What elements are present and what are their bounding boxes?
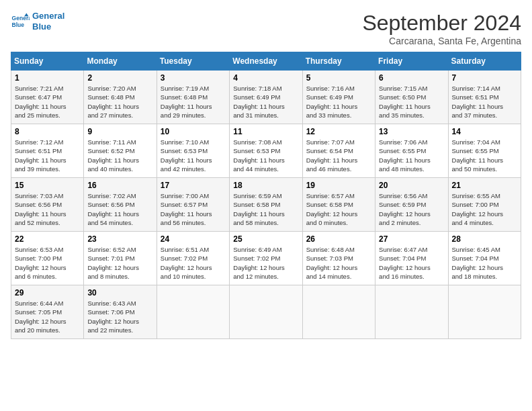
calendar-cell: 5Sunrise: 7:16 AM Sunset: 6:49 PM Daylig… bbox=[302, 71, 375, 124]
day-number: 5 bbox=[306, 73, 371, 83]
day-number: 13 bbox=[379, 127, 444, 136]
col-friday: Friday bbox=[375, 52, 448, 71]
calendar-cell: 23Sunrise: 6:52 AM Sunset: 7:01 PM Dayli… bbox=[84, 232, 157, 285]
calendar-cell: 30Sunrise: 6:43 AM Sunset: 7:06 PM Dayli… bbox=[84, 285, 157, 339]
calendar-table: Sunday Monday Tuesday Wednesday Thursday… bbox=[11, 52, 521, 339]
day-detail: Sunrise: 6:53 AM Sunset: 7:00 PM Dayligh… bbox=[15, 245, 80, 281]
calendar-cell bbox=[448, 285, 521, 339]
calendar-cell: 7Sunrise: 7:14 AM Sunset: 6:51 PM Daylig… bbox=[448, 71, 521, 124]
day-number: 18 bbox=[233, 181, 298, 190]
calendar-week-row: 8Sunrise: 7:12 AM Sunset: 6:51 PM Daylig… bbox=[11, 124, 521, 178]
day-detail: Sunrise: 6:51 AM Sunset: 7:02 PM Dayligh… bbox=[161, 245, 226, 281]
logo-icon: General Blue bbox=[11, 12, 30, 31]
calendar-cell: 3Sunrise: 7:19 AM Sunset: 6:48 PM Daylig… bbox=[157, 71, 229, 124]
day-detail: Sunrise: 7:02 AM Sunset: 6:56 PM Dayligh… bbox=[87, 191, 152, 227]
day-detail: Sunrise: 7:20 AM Sunset: 6:48 PM Dayligh… bbox=[87, 84, 152, 120]
calendar-cell bbox=[302, 285, 375, 339]
calendar-cell bbox=[157, 285, 229, 339]
day-detail: Sunrise: 7:03 AM Sunset: 6:56 PM Dayligh… bbox=[15, 191, 80, 227]
day-number: 6 bbox=[379, 73, 444, 83]
calendar-cell: 27Sunrise: 6:47 AM Sunset: 7:04 PM Dayli… bbox=[375, 232, 448, 285]
calendar-cell: 1Sunrise: 7:21 AM Sunset: 6:47 PM Daylig… bbox=[11, 71, 84, 124]
calendar-cell: 11Sunrise: 7:08 AM Sunset: 6:53 PM Dayli… bbox=[230, 124, 302, 178]
calendar-cell: 24Sunrise: 6:51 AM Sunset: 7:02 PM Dayli… bbox=[157, 232, 229, 285]
day-detail: Sunrise: 7:12 AM Sunset: 6:51 PM Dayligh… bbox=[15, 138, 80, 173]
day-number: 30 bbox=[87, 288, 152, 298]
calendar-cell: 4Sunrise: 7:18 AM Sunset: 6:49 PM Daylig… bbox=[230, 71, 302, 124]
col-saturday: Saturday bbox=[448, 52, 521, 71]
col-thursday: Thursday bbox=[302, 52, 375, 71]
calendar-week-row: 15Sunrise: 7:03 AM Sunset: 6:56 PM Dayli… bbox=[11, 178, 521, 232]
day-number: 7 bbox=[452, 73, 517, 83]
day-number: 22 bbox=[15, 234, 80, 244]
calendar-cell: 6Sunrise: 7:15 AM Sunset: 6:50 PM Daylig… bbox=[375, 71, 448, 124]
day-number: 15 bbox=[15, 181, 80, 190]
day-number: 2 bbox=[87, 73, 152, 83]
calendar-cell: 18Sunrise: 6:59 AM Sunset: 6:58 PM Dayli… bbox=[230, 178, 302, 232]
day-number: 24 bbox=[161, 234, 226, 244]
day-number: 25 bbox=[233, 234, 298, 244]
day-number: 28 bbox=[452, 234, 517, 244]
day-number: 4 bbox=[233, 73, 298, 83]
calendar-cell: 2Sunrise: 7:20 AM Sunset: 6:48 PM Daylig… bbox=[84, 71, 157, 124]
calendar-cell: 19Sunrise: 6:57 AM Sunset: 6:58 PM Dayli… bbox=[302, 178, 375, 232]
calendar-cell: 28Sunrise: 6:45 AM Sunset: 7:04 PM Dayli… bbox=[448, 232, 521, 285]
day-number: 17 bbox=[161, 181, 226, 190]
calendar-cell: 12Sunrise: 7:07 AM Sunset: 6:54 PM Dayli… bbox=[302, 124, 375, 178]
day-detail: Sunrise: 6:55 AM Sunset: 7:00 PM Dayligh… bbox=[452, 191, 517, 227]
day-number: 23 bbox=[87, 234, 152, 244]
calendar-cell: 8Sunrise: 7:12 AM Sunset: 6:51 PM Daylig… bbox=[11, 124, 84, 178]
col-sunday: Sunday bbox=[11, 52, 84, 71]
day-number: 20 bbox=[379, 181, 444, 190]
day-detail: Sunrise: 6:45 AM Sunset: 7:04 PM Dayligh… bbox=[452, 245, 517, 281]
day-detail: Sunrise: 6:57 AM Sunset: 6:58 PM Dayligh… bbox=[306, 191, 371, 227]
day-number: 3 bbox=[161, 73, 226, 83]
day-number: 27 bbox=[379, 234, 444, 244]
day-detail: Sunrise: 6:48 AM Sunset: 7:03 PM Dayligh… bbox=[306, 245, 371, 281]
calendar-cell: 17Sunrise: 7:00 AM Sunset: 6:57 PM Dayli… bbox=[157, 178, 229, 232]
calendar-cell: 26Sunrise: 6:48 AM Sunset: 7:03 PM Dayli… bbox=[302, 232, 375, 285]
day-number: 16 bbox=[87, 181, 152, 190]
calendar-cell: 21Sunrise: 6:55 AM Sunset: 7:00 PM Dayli… bbox=[448, 178, 521, 232]
calendar-cell: 22Sunrise: 6:53 AM Sunset: 7:00 PM Dayli… bbox=[11, 232, 84, 285]
day-detail: Sunrise: 6:49 AM Sunset: 7:02 PM Dayligh… bbox=[233, 245, 298, 281]
day-number: 8 bbox=[15, 127, 80, 136]
logo-text: General Blue bbox=[32, 11, 64, 32]
day-detail: Sunrise: 6:59 AM Sunset: 6:58 PM Dayligh… bbox=[233, 191, 298, 227]
col-monday: Monday bbox=[84, 52, 157, 71]
day-detail: Sunrise: 7:07 AM Sunset: 6:54 PM Dayligh… bbox=[306, 138, 371, 173]
day-detail: Sunrise: 7:16 AM Sunset: 6:49 PM Dayligh… bbox=[306, 84, 371, 120]
day-number: 21 bbox=[452, 181, 517, 190]
day-number: 1 bbox=[15, 73, 80, 83]
logo: General Blue General Blue bbox=[11, 11, 64, 32]
calendar-cell: 13Sunrise: 7:06 AM Sunset: 6:55 PM Dayli… bbox=[375, 124, 448, 178]
day-number: 26 bbox=[306, 234, 371, 244]
col-tuesday: Tuesday bbox=[157, 52, 229, 71]
day-detail: Sunrise: 7:18 AM Sunset: 6:49 PM Dayligh… bbox=[233, 84, 298, 120]
day-detail: Sunrise: 7:11 AM Sunset: 6:52 PM Dayligh… bbox=[87, 138, 152, 173]
col-wednesday: Wednesday bbox=[230, 52, 302, 71]
day-detail: Sunrise: 7:00 AM Sunset: 6:57 PM Dayligh… bbox=[161, 191, 226, 227]
day-detail: Sunrise: 6:43 AM Sunset: 7:06 PM Dayligh… bbox=[87, 299, 152, 334]
day-detail: Sunrise: 6:47 AM Sunset: 7:04 PM Dayligh… bbox=[379, 245, 444, 281]
calendar-week-row: 1Sunrise: 7:21 AM Sunset: 6:47 PM Daylig… bbox=[11, 71, 521, 124]
calendar-week-row: 29Sunrise: 6:44 AM Sunset: 7:05 PM Dayli… bbox=[11, 285, 521, 339]
calendar-cell bbox=[230, 285, 302, 339]
calendar-cell: 14Sunrise: 7:04 AM Sunset: 6:55 PM Dayli… bbox=[448, 124, 521, 178]
day-detail: Sunrise: 6:56 AM Sunset: 6:59 PM Dayligh… bbox=[379, 191, 444, 227]
day-number: 14 bbox=[452, 127, 517, 136]
day-detail: Sunrise: 7:14 AM Sunset: 6:51 PM Dayligh… bbox=[452, 84, 517, 120]
day-number: 19 bbox=[306, 181, 371, 190]
calendar-cell: 25Sunrise: 6:49 AM Sunset: 7:02 PM Dayli… bbox=[230, 232, 302, 285]
svg-text:Blue: Blue bbox=[12, 21, 25, 28]
calendar-cell: 29Sunrise: 6:44 AM Sunset: 7:05 PM Dayli… bbox=[11, 285, 84, 339]
day-number: 9 bbox=[87, 127, 152, 136]
day-detail: Sunrise: 7:06 AM Sunset: 6:55 PM Dayligh… bbox=[379, 138, 444, 173]
calendar-cell: 10Sunrise: 7:10 AM Sunset: 6:53 PM Dayli… bbox=[157, 124, 229, 178]
day-detail: Sunrise: 7:21 AM Sunset: 6:47 PM Dayligh… bbox=[15, 84, 80, 120]
day-number: 11 bbox=[233, 127, 298, 136]
calendar-cell: 20Sunrise: 6:56 AM Sunset: 6:59 PM Dayli… bbox=[375, 178, 448, 232]
calendar-cell: 16Sunrise: 7:02 AM Sunset: 6:56 PM Dayli… bbox=[84, 178, 157, 232]
page-header: General Blue General Blue September 2024… bbox=[11, 11, 521, 46]
calendar-week-row: 22Sunrise: 6:53 AM Sunset: 7:00 PM Dayli… bbox=[11, 232, 521, 285]
